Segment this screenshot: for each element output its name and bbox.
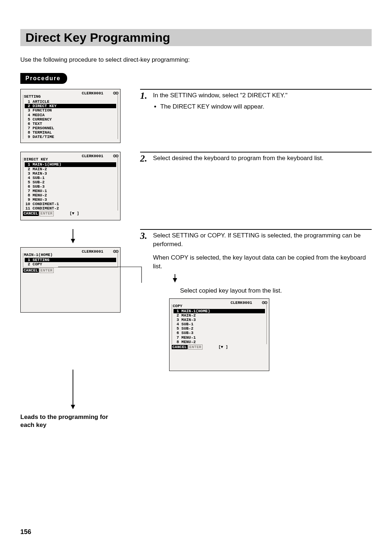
list-item[interactable]: 8 MENU-2 [173, 340, 265, 344]
list-item[interactable]: 6 TEXT [25, 122, 116, 126]
list-item[interactable]: 9 DATE/TIME [25, 135, 116, 139]
step-text-1: In the SETTING window, select "2 DIRECT … [153, 91, 287, 111]
list-item[interactable]: 4 SUB-1 [25, 176, 116, 180]
list-item[interactable]: 8 MENU-2 [25, 193, 116, 197]
list-item[interactable]: 3 MAIN-3 [25, 171, 116, 176]
enter-button[interactable]: ENTER [40, 211, 54, 216]
list-item[interactable]: 1 ARTICLE [25, 99, 116, 104]
step-text-2: Select desired the keyboard to program f… [153, 154, 324, 163]
list-item[interactable]: 7 PERSONNEL [25, 126, 116, 130]
list-item[interactable]: 2 MAIN-2 [25, 167, 116, 171]
list-item[interactable]: 3 FUNCTION [25, 108, 116, 113]
arrow-down-icon [175, 274, 175, 282]
list-item[interactable]: 2 MAIN-2 [173, 313, 265, 318]
list-item[interactable]: 3 MAIN-3 [173, 318, 265, 322]
list-item[interactable]: 6 SUB-3 [173, 331, 265, 335]
page-number: 156 [20, 528, 31, 536]
list-item[interactable]: 8 TERMINAL [25, 130, 116, 135]
list-item[interactable]: 2 DIRECT KEY [25, 104, 116, 108]
scroll-down-icon[interactable]: [▼ ] [70, 211, 79, 216]
page-title: Direct Key Programming [25, 30, 372, 45]
cancel-button[interactable]: CANCEL [23, 211, 39, 216]
step-text-3: Select SETTING or COPY. If SETTING is se… [153, 231, 372, 272]
list-item[interactable]: 10 CONDIMENT-1 [25, 202, 116, 206]
list-item[interactable]: 5 CURRENCY [25, 117, 116, 122]
list-item[interactable]: 7 MENU-1 [173, 335, 265, 340]
step-number-3: 3. [140, 231, 147, 241]
intro-text: Use the following procedure to select di… [20, 56, 372, 64]
step-number-2: 2. [140, 154, 147, 163]
list-item[interactable]: 6 SUB-3 [25, 184, 116, 189]
arrow-down-icon [73, 229, 73, 243]
list-item[interactable]: 9 MENU-3 [25, 197, 116, 202]
lcd-main1: CLERK0001 ⊙⊙ MAIN-1(HOME) 1 SETTING 2 CO… [20, 247, 121, 313]
procedure-label: Procedure [20, 73, 67, 84]
leads-text: Leads to the programming for each key [20, 413, 118, 429]
list-item[interactable]: 11 CONDIMENT-2 [25, 206, 116, 211]
clerk-label: CLERK0001 [82, 91, 103, 95]
lcd-setting: CLERK0001 ⊙⊙ SETTING 1 ARTICLE 2 DIRECT … [20, 89, 121, 143]
list-item[interactable]: 5 SUB-2 [173, 326, 265, 331]
list-item[interactable]: 4 MEDIA [25, 113, 116, 117]
list-item[interactable]: 1 SETTING [25, 258, 116, 262]
lcd-setting-list[interactable]: 1 ARTICLE 2 DIRECT KEY 3 FUNCTION 4 MEDI… [25, 99, 116, 139]
enter-button[interactable]: ENTER [188, 345, 203, 350]
list-item[interactable]: 5 SUB-2 [25, 180, 116, 184]
cancel-button[interactable]: CANCEL [172, 345, 188, 349]
list-item[interactable]: 2 COPY [25, 262, 116, 266]
lcd-copy: CLERK0001 ⊙⊙ COPY 1 MAIN-1(HOME) 2 MAIN-… [169, 298, 269, 371]
step-number-1: 1. [140, 91, 147, 101]
list-item[interactable]: 4 SUB-1 [173, 322, 265, 326]
list-item[interactable]: 1 MAIN-1(HOME) [25, 162, 116, 167]
list-item[interactable]: 1 MAIN-1(HOME) [173, 309, 265, 313]
status-icon: ⊙⊙ [113, 91, 118, 95]
enter-button[interactable]: ENTER [40, 268, 54, 273]
list-item[interactable]: 7 MENU-1 [25, 189, 116, 193]
lcd-directkey-list[interactable]: 1 MAIN-1(HOME) 2 MAIN-2 3 MAIN-3 4 SUB-1… [25, 162, 116, 211]
copy-instruction: Select copied key layout from the list. [180, 286, 372, 296]
cancel-button[interactable]: CANCEL [23, 268, 39, 273]
scroll-down-icon[interactable]: [▼ ] [219, 345, 228, 349]
lcd-directkey: CLERK0001 ⊙⊙ DIRECT KEY 1 MAIN-1(HOME) 2… [20, 152, 121, 220]
arrow-down-icon [73, 370, 73, 409]
lcd-copy-list[interactable]: 1 MAIN-1(HOME) 2 MAIN-2 3 MAIN-3 4 SUB-1… [173, 309, 265, 344]
lcd-main1-list[interactable]: 1 SETTING 2 COPY [25, 258, 116, 266]
page-title-bar: Direct Key Programming [20, 29, 372, 46]
